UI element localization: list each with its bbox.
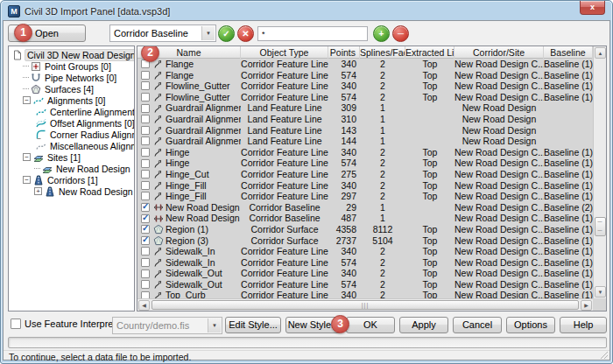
- row-checkbox[interactable]: [141, 192, 150, 200]
- chevron-down-icon[interactable]: ▼: [201, 26, 215, 40]
- corridor-baseline-icon: [152, 202, 164, 213]
- ok-button[interactable]: OK: [346, 317, 395, 333]
- filter-input[interactable]: [257, 26, 368, 41]
- title-bar[interactable]: M Civil 3D Import Panel [data.vsp3d] x: [3, 3, 610, 20]
- row-checkbox[interactable]: [141, 214, 150, 223]
- vertical-scrollbar[interactable]: ▲ ── ▼: [593, 46, 606, 298]
- remove-filter-button[interactable]: ─: [392, 25, 409, 42]
- column-header-splines-faces[interactable]: Splines/Faces: [360, 46, 405, 59]
- tree-item[interactable]: Centerline Alignments [0]: [9, 106, 134, 117]
- tree-item[interactable]: +New Road Design Corridor: [9, 186, 134, 197]
- table-row[interactable]: Sidewalk_InCorridor Feature Line5742TopN…: [137, 257, 593, 269]
- table-row[interactable]: Flowline_GutterCorridor Feature Line5742…: [137, 92, 593, 103]
- expand-icon[interactable]: +: [34, 187, 42, 195]
- close-button[interactable]: x: [580, 1, 605, 15]
- fis-file-combo[interactable]: Country/demo.fis ▼: [112, 317, 222, 334]
- column-header-extracted-link[interactable]: Extracted Link: [405, 46, 454, 59]
- row-checkbox[interactable]: [141, 126, 150, 135]
- row-checkbox[interactable]: [141, 148, 150, 157]
- table-row[interactable]: Sidewalk_InCorridor Feature Line3402TopN…: [137, 246, 593, 257]
- table-row[interactable]: FlangeCorridor Feature Line3402TopNew Ro…: [137, 59, 593, 70]
- table-row[interactable]: Flowline_GutterCorridor Feature Line3402…: [137, 80, 593, 92]
- scroll-up-icon[interactable]: ▲: [595, 47, 606, 59]
- scroll-down-icon[interactable]: ▼: [595, 286, 606, 298]
- table-row[interactable]: Region (3)Corridor Surface27375104TopNew…: [137, 235, 593, 247]
- cell-link: Top: [405, 169, 454, 180]
- horizontal-scrollbar[interactable]: ◀ ||| ▶: [137, 298, 593, 311]
- table-row[interactable]: Region (1)Corridor Surface43588112TopNew…: [137, 224, 593, 235]
- table-row[interactable]: Sidewalk_OutCorridor Feature Line5742Top…: [137, 279, 593, 290]
- table-row[interactable]: HingeCorridor Feature Line3402TopNew Roa…: [137, 147, 593, 158]
- apply-button[interactable]: Apply: [399, 317, 448, 333]
- row-checkbox[interactable]: [141, 115, 150, 123]
- help-button[interactable]: Help: [560, 317, 607, 333]
- row-checkbox[interactable]: [141, 159, 150, 168]
- row-checkbox[interactable]: [141, 280, 150, 289]
- row-checkbox[interactable]: [141, 270, 150, 278]
- table-row[interactable]: Guardrail Alignment 1Land Feature Line30…: [137, 102, 593, 114]
- cancel-button[interactable]: Cancel: [453, 317, 502, 333]
- cell-type: Land Feature Line: [241, 114, 328, 125]
- column-header-object-type[interactable]: Object Type: [241, 46, 328, 59]
- feature-line-icon: [152, 80, 164, 91]
- column-header-points[interactable]: Points: [328, 46, 360, 59]
- cell-points: 143: [328, 125, 360, 136]
- collapse-icon[interactable]: −: [23, 96, 31, 104]
- tree-item[interactable]: Corner Radius Alignments [0]: [9, 129, 134, 140]
- row-checkbox[interactable]: [141, 81, 150, 90]
- edit-style-button[interactable]: Edit Style...: [225, 317, 281, 333]
- row-checkbox[interactable]: [141, 93, 150, 102]
- row-checkbox[interactable]: [141, 136, 150, 145]
- add-filter-button[interactable]: +: [373, 25, 390, 42]
- row-checkbox[interactable]: [141, 247, 150, 256]
- row-checkbox[interactable]: [141, 181, 150, 190]
- row-checkbox[interactable]: [141, 170, 150, 178]
- row-checkbox[interactable]: [141, 291, 150, 298]
- accept-button[interactable]: ✓: [218, 25, 235, 42]
- tree-item[interactable]: Civil 3D New Road Design - 5.dwg: [9, 49, 134, 60]
- table-row[interactable]: Guardrail Alignment 2Land Feature Line31…: [137, 114, 593, 125]
- options-button[interactable]: Options: [506, 317, 555, 333]
- column-header-corridor-site[interactable]: Corridor/Site: [454, 46, 544, 59]
- profile-combo[interactable]: Corridor Baseline ▼: [109, 24, 216, 42]
- table-row[interactable]: Hinge_FillCorridor Feature Line2972TopNe…: [137, 191, 593, 202]
- tree-item[interactable]: Point Groups [0]: [9, 60, 134, 72]
- tree-item[interactable]: Miscellaneous Alignments [0]: [9, 140, 134, 151]
- row-checkbox[interactable]: [141, 104, 150, 113]
- cell-type: Corridor Feature Line: [241, 246, 328, 257]
- row-checkbox[interactable]: [141, 258, 150, 267]
- tree-item[interactable]: Surfaces [4]: [9, 83, 134, 94]
- horizontal-scroll-thumb[interactable]: |||: [151, 300, 579, 310]
- tree-item[interactable]: −Alignments [0]: [9, 94, 134, 106]
- checkbox-box[interactable]: [11, 318, 21, 329]
- scroll-right-icon[interactable]: ▶: [581, 300, 592, 311]
- collapse-icon[interactable]: −: [23, 153, 31, 161]
- table-row[interactable]: Hinge_FillCorridor Feature Line3402TopNe…: [137, 180, 593, 192]
- table-row[interactable]: Guardrail Alignment 4Land Feature Line14…: [137, 136, 593, 147]
- tree-item[interactable]: −Sites [1]: [9, 151, 134, 163]
- table-row[interactable]: Sidewalk_OutCorridor Feature Line3402Top…: [137, 268, 593, 279]
- tree-item[interactable]: New Road Design: [9, 163, 134, 174]
- tree-item[interactable]: Pipe Networks [0]: [9, 72, 134, 83]
- scroll-left-icon[interactable]: ◀: [138, 300, 150, 311]
- row-name-label: Hinge_Fill: [166, 191, 207, 202]
- row-checkbox[interactable]: [141, 203, 150, 212]
- table-row[interactable]: Top_CurbCorridor Feature Line3402TopNew …: [137, 290, 593, 298]
- column-header-baseline[interactable]: Baseline: [544, 46, 593, 59]
- row-checkbox[interactable]: [141, 71, 150, 80]
- tree-item[interactable]: −Corridors [1]: [9, 174, 134, 186]
- table-row[interactable]: New Road Design Ali...Corridor Baseline4…: [137, 213, 593, 224]
- row-checkbox[interactable]: [141, 225, 150, 234]
- row-checkbox[interactable]: [141, 236, 150, 245]
- table-row[interactable]: New Road Design Ali...Corridor Baseline2…: [137, 202, 593, 214]
- table-row[interactable]: Hinge_CutCorridor Feature Line2752TopNew…: [137, 169, 593, 180]
- reject-button[interactable]: ✕: [237, 25, 254, 42]
- tree-item[interactable]: Offset Alignments [0]: [9, 117, 134, 129]
- collapse-icon[interactable]: −: [23, 176, 31, 184]
- table-row[interactable]: HingeCorridor Feature Line5742TopNew Roa…: [137, 158, 593, 169]
- table-row[interactable]: Guardrail Alignment 3Land Feature Line14…: [137, 125, 593, 136]
- vertical-scroll-thumb[interactable]: ──: [595, 217, 606, 236]
- chevron-down-icon[interactable]: ▼: [208, 318, 221, 332]
- resize-grip[interactable]: [599, 350, 608, 359]
- table-row[interactable]: FlangeCorridor Feature Line5742TopNew Ro…: [137, 70, 593, 81]
